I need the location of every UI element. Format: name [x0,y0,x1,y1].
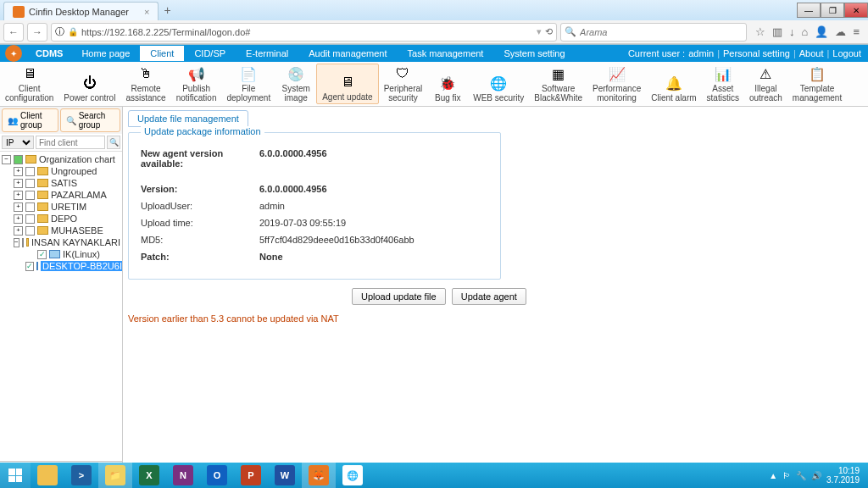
tree-item[interactable]: + SATIS [14,177,120,189]
update-agent-button[interactable]: Update agent [452,288,526,305]
tree-checkbox[interactable] [25,179,35,188]
ribbon-file[interactable]: 📄Filedeployment [221,64,275,104]
ribbon-client[interactable]: 🖥Clientconfiguration [0,64,58,104]
tray-sound-icon[interactable]: 🔊 [811,471,821,480]
search-input[interactable] [580,27,743,37]
tree-toggle[interactable]: + [14,226,23,236]
clock[interactable]: 10:19 3.7.2019 [826,466,860,485]
task-powershell[interactable]: > [64,463,98,488]
ribbon-power-control[interactable]: ⏻Power control [58,64,120,104]
tree-label[interactable]: MUHASEBE [51,225,103,236]
menu-client[interactable]: Client [140,46,184,61]
forward-button[interactable]: → [27,23,47,42]
ribbon-illegal[interactable]: ⚠Illegaloutreach [744,64,787,104]
tree-label[interactable]: PAZARLAMA [51,190,107,200]
menu-cid/sp[interactable]: CID/SP [184,46,236,61]
task-excel[interactable]: X [132,463,166,488]
ribbon-software[interactable]: ▦SoftwareBlack&White [529,64,587,104]
home-icon[interactable]: ⌂ [802,25,809,38]
tray-network-icon[interactable]: 🔧 [796,471,806,480]
menu-home-page[interactable]: Home page [71,46,140,61]
library-icon[interactable]: ▥ [772,25,782,38]
menu-icon[interactable]: ≡ [853,25,860,38]
content-tab[interactable]: Update file management [128,110,248,127]
ribbon-performance[interactable]: 📈Performancemonitoring [587,64,646,104]
tree-checkbox[interactable] [25,262,34,271]
menu-task-management[interactable]: Task management [398,46,494,61]
tree-label[interactable]: URETIM [51,202,86,212]
filter-type-select[interactable]: IP [2,136,34,149]
task-word[interactable]: W [268,463,302,488]
logout-link[interactable]: Logout [832,48,861,58]
task-firefox[interactable]: 🦊 [302,463,336,488]
personal-setting-link[interactable]: Personal setting [723,48,790,58]
account-icon[interactable]: 👤 [815,25,828,38]
tree-leaf[interactable]: IK(Linux) [25,248,120,260]
tree-checkbox[interactable] [25,214,35,224]
reader-icon[interactable]: ▾ [537,26,542,37]
ribbon-peripheral[interactable]: 🛡Peripheralsecurity [379,64,428,104]
task-chrome[interactable]: 🌐 [336,463,370,488]
ribbon-agent-update[interactable]: 🖥Agent update [316,64,379,104]
task-onenote[interactable]: N [166,463,200,488]
tree-checkbox[interactable] [25,226,35,236]
browser-search[interactable]: 🔍 [560,23,747,42]
menu-system-setting[interactable]: System setting [493,46,575,61]
tree-checkbox[interactable] [22,238,25,247]
tree-checkbox[interactable] [25,202,35,212]
close-window-button[interactable]: ✕ [844,3,868,18]
ribbon-web-security[interactable]: 🌐WEB security [468,64,529,104]
url-bar[interactable]: ⓘ 🔒 https://192.168.2.225/Terminal/logon… [51,23,557,42]
tree-checkbox[interactable] [14,155,23,164]
info-icon[interactable]: ⓘ [55,25,64,38]
new-tab-button[interactable]: + [164,3,170,17]
tree-item[interactable]: + DEPO [14,213,120,225]
browser-tab[interactable]: Cinfin Desktop Manager × [3,2,159,20]
ribbon-remote[interactable]: 🖱Remoteassistance [120,64,170,104]
menu-e-terminal[interactable]: E-terminal [236,46,298,61]
task-explorer[interactable] [31,463,64,488]
tray-flag-icon[interactable]: 🏳 [782,471,791,480]
tree-label[interactable]: DESKTOP-BB2U6I8(Wi [41,261,122,271]
tree-toggle[interactable]: − [14,238,19,247]
close-tab-icon[interactable]: × [144,7,149,17]
tree-label[interactable]: Organization chart [39,154,115,164]
about-link[interactable]: About [799,48,824,58]
tree-item[interactable]: + PAZARLAMA [14,189,120,201]
ribbon-bug-fix[interactable]: 🐞Bug fix [427,64,468,104]
cloud-icon[interactable]: ☁ [835,25,846,38]
tree-toggle[interactable]: + [14,179,23,188]
back-button[interactable]: ← [3,23,24,42]
find-client-input[interactable] [36,136,105,149]
tree-toggle[interactable]: + [14,202,23,212]
org-tree[interactable]: − Organization chart + Ungrouped + SATIS… [0,152,122,461]
tree-label[interactable]: IK(Linux) [63,249,100,259]
tree-leaf[interactable]: DESKTOP-BB2U6I8(Wi [25,260,120,272]
menu-audit-management[interactable]: Audit management [298,46,397,61]
client-group-tab[interactable]: 👥Client group [2,108,58,132]
tree-label[interactable]: DEPO [51,214,77,224]
ribbon-template[interactable]: 📋Templatemanagement [787,64,847,104]
tray-up-icon[interactable]: ▲ [769,471,777,480]
tree-item[interactable]: + Ungrouped [14,165,120,177]
ribbon-client-alarm[interactable]: 🔔Client alarm [646,64,701,104]
tree-label[interactable]: SATIS [51,178,77,188]
tree-toggle[interactable]: + [14,167,23,176]
reload-icon[interactable]: ⟲ [545,26,553,37]
minimize-button[interactable]: — [797,3,821,18]
tree-root[interactable]: − Organization chart [2,153,120,165]
task-powerpoint[interactable]: P [234,463,268,488]
upload-update-file-button[interactable]: Upload update file [352,288,446,305]
ribbon-system[interactable]: 💿Systemimage [275,64,316,104]
tree-label[interactable]: INSAN KAYNAKLARI [31,237,120,247]
maximize-button[interactable]: ❐ [821,3,844,18]
ribbon-asset[interactable]: 📊Assetstatistics [702,64,744,104]
tree-item[interactable]: + URETIM [14,201,120,213]
find-button[interactable]: 🔍 [107,136,120,149]
tree-item[interactable]: − INSAN KAYNAKLARI [14,236,120,248]
tree-checkbox[interactable] [25,191,35,200]
downloads-icon[interactable]: ↓ [789,25,795,38]
tree-toggle[interactable]: − [2,155,11,164]
search-group-tab[interactable]: 🔍Search group [60,108,120,132]
ribbon-publish[interactable]: 📢Publishnotification [171,64,222,104]
